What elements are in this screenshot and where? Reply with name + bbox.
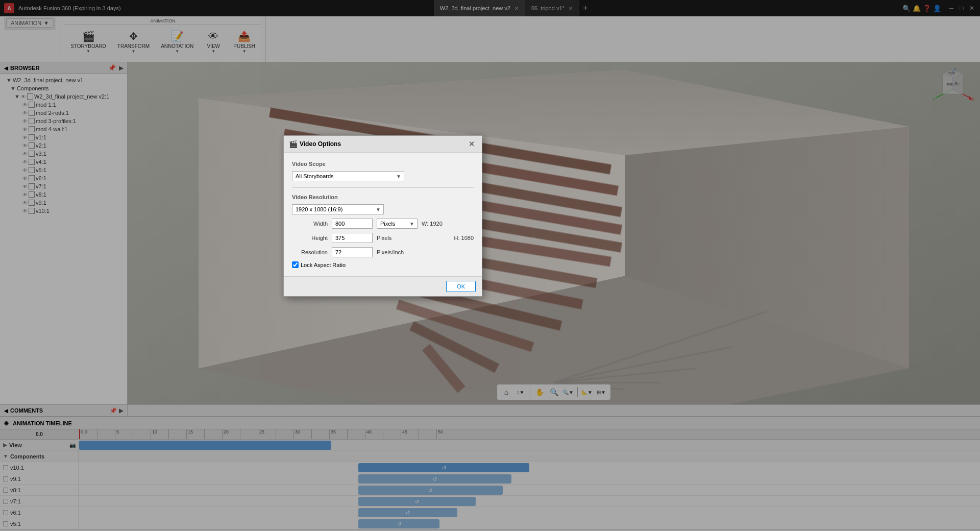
width-label: Width: [292, 221, 328, 227]
resolution-preset-row: 1920 x 1080 (16:9) 1280 x 720 (16:9) 384…: [292, 204, 474, 214]
height-label: Height: [292, 235, 328, 241]
ok-button[interactable]: OK: [446, 281, 476, 292]
width-input[interactable]: [332, 219, 373, 229]
width-hint: W: 1920: [422, 221, 443, 227]
height-input[interactable]: [332, 233, 373, 243]
resolution-field-input[interactable]: [332, 247, 373, 257]
res-field-row: Resolution Pixels/Inch: [292, 247, 474, 257]
resolution-field-label: Resolution: [292, 249, 328, 255]
dialog-title-text: Video Options: [300, 140, 341, 148]
dialog-title-bar: 🎬 Video Options ✕: [284, 136, 482, 153]
resolution-field-unit: Pixels/Inch: [377, 249, 404, 255]
scope-select[interactable]: All Storyboards Current Storyboard: [292, 171, 404, 181]
scope-select-wrapper: All Storyboards Current Storyboard ▼: [292, 171, 404, 181]
scope-row: All Storyboards Current Storyboard ▼: [292, 171, 474, 181]
resolution-select[interactable]: 1920 x 1080 (16:9) 1280 x 720 (16:9) 384…: [292, 204, 384, 214]
width-unit-select[interactable]: Pixels: [377, 219, 418, 229]
lock-aspect-checkbox[interactable]: [292, 261, 299, 268]
video-resolution-label: Video Resolution: [292, 194, 474, 200]
dialog-title-left: 🎬 Video Options: [289, 140, 341, 148]
width-row: Width Pixels ▼ W: 1920: [292, 219, 474, 229]
dialog-close-button[interactable]: ✕: [467, 139, 477, 149]
section-divider-1: [292, 187, 474, 188]
resolution-select-wrapper: 1920 x 1080 (16:9) 1280 x 720 (16:9) 384…: [292, 204, 384, 214]
dialog-overlay: 🎬 Video Options ✕ Video Scope All Storyb…: [0, 0, 980, 531]
width-unit-wrapper: Pixels ▼: [377, 219, 418, 229]
height-row: Height Pixels H: 1080: [292, 233, 474, 243]
video-scope-label: Video Scope: [292, 161, 474, 167]
dialog-icon: 🎬: [289, 140, 298, 148]
height-hint: H: 1080: [454, 235, 474, 241]
lock-aspect-label: Lock Aspect Ratio: [301, 262, 346, 268]
lock-aspect-row: Lock Aspect Ratio: [292, 261, 474, 268]
video-options-dialog: 🎬 Video Options ✕ Video Scope All Storyb…: [283, 135, 482, 297]
dialog-footer: OK: [284, 276, 482, 296]
height-unit: Pixels: [377, 235, 391, 241]
dialog-body: Video Scope All Storyboards Current Stor…: [284, 153, 482, 276]
